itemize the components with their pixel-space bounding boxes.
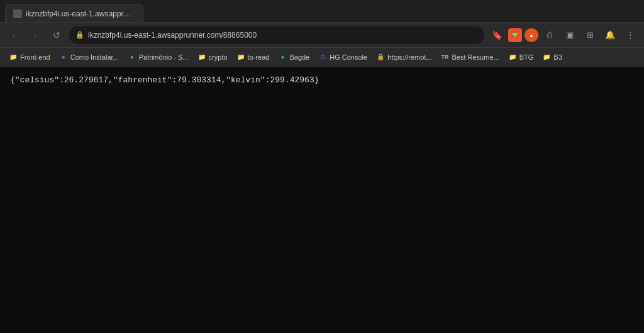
bookmark-front-end[interactable]: 📁 Front-end [5, 50, 54, 64]
extensions-icon[interactable]: ⊞ [581, 26, 599, 44]
link-icon: ● [59, 53, 68, 62]
link-icon: ⊙ [318, 53, 327, 62]
bookmark-label: to-read [248, 53, 270, 61]
browser-frame: ikznzbfp4i.us-east-1.awsapprunner.com/88… [0, 0, 644, 333]
notifications-icon[interactable]: 🔔 [601, 26, 619, 44]
bookmark-icon[interactable]: 🔖 [488, 26, 506, 44]
brave-shield-icon[interactable]: 🦁 [508, 28, 522, 42]
bookmark-label: Patrimônio - S... [139, 53, 189, 61]
folder-icon: 📁 [9, 53, 18, 62]
bookmark-https-remot[interactable]: 🔒 https://remot... [372, 50, 435, 64]
link-icon: ● [128, 53, 136, 62]
url-bar[interactable]: 🔒 ikznzbfp4i.us-east-1.awsapprunner.com/… [69, 26, 484, 44]
bookmark-label: B3 [553, 53, 562, 61]
bookmark-como-instalar[interactable]: ● Como Instalar... [55, 50, 123, 64]
bookmark-label: Front-end [20, 53, 50, 61]
share-icon[interactable]: ⎙ [541, 26, 558, 44]
text-icon: TR [440, 53, 449, 62]
forward-icon: › [34, 30, 37, 40]
content-area: {"celsius":26.279617,"fahrenheit":79.303… [0, 67, 644, 333]
tab-title: ikznzbfp4i.us-east-1.awsapprunner.com/88… [26, 9, 135, 18]
bookmark-to-read[interactable]: 📁 to-read [233, 50, 274, 64]
back-button[interactable]: ‹ [5, 26, 23, 44]
folder-icon: 📁 [197, 53, 206, 62]
active-tab[interactable]: ikznzbfp4i.us-east-1.awsapprunner.com/88… [5, 4, 143, 22]
refresh-button[interactable]: ↺ [48, 26, 65, 44]
bookmark-label: HG Console [330, 53, 367, 61]
bookmark-hg-console[interactable]: ⊙ HG Console [314, 50, 371, 64]
folder-icon: 📁 [236, 53, 245, 62]
refresh-icon: ↺ [53, 30, 60, 40]
bookmarks-bar: 📁 Front-end ● Como Instalar... ● Patrimô… [0, 48, 644, 67]
bookmark-patrimonio[interactable]: ● Patrimônio - S... [124, 50, 192, 64]
bookmark-btg[interactable]: 📁 BTG [504, 50, 538, 64]
bookmark-label: Bagde [289, 53, 309, 61]
bookmark-label: BTG [519, 53, 534, 61]
bookmark-label: Como Instalar... [70, 53, 119, 61]
back-icon: ‹ [13, 30, 16, 40]
bookmark-bagde[interactable]: ● Bagde [274, 50, 313, 64]
nav-right-icons: 🔖 🦁 ▲ ⎙ ▣ ⊞ 🔔 ⋮ [488, 26, 639, 44]
bookmark-best-resume[interactable]: TR Best Resume... [436, 50, 502, 64]
bookmark-label: Best Resume... [452, 53, 499, 61]
nav-bar: ‹ › ↺ 🔒 ikznzbfp4i.us-east-1.awsapprunne… [0, 23, 644, 48]
json-output: {"celsius":26.279617,"fahrenheit":79.303… [10, 74, 634, 87]
folder-icon: 📁 [508, 53, 517, 62]
bookmark-label: https://remot... [387, 53, 431, 61]
sidebar-icon[interactable]: ▣ [561, 26, 579, 44]
forward-button[interactable]: › [26, 26, 44, 44]
tab-favicon [13, 9, 22, 18]
lock-icon: 🔒 [75, 31, 84, 40]
lock-icon: 🔒 [376, 53, 385, 62]
brave-logo-icon[interactable]: ▲ [525, 28, 538, 42]
bookmark-crypto[interactable]: 📁 crypto [194, 50, 231, 64]
folder-icon: 📁 [542, 53, 551, 62]
tab-bar: ikznzbfp4i.us-east-1.awsapprunner.com/88… [0, 0, 644, 23]
link-icon: ● [278, 53, 287, 62]
bookmark-b3[interactable]: 📁 B3 [538, 50, 565, 64]
bookmark-label: crypto [209, 53, 228, 61]
menu-icon[interactable]: ⋮ [621, 26, 639, 44]
url-text: ikznzbfp4i.us-east-1.awsapprunner.com/88… [88, 31, 478, 40]
